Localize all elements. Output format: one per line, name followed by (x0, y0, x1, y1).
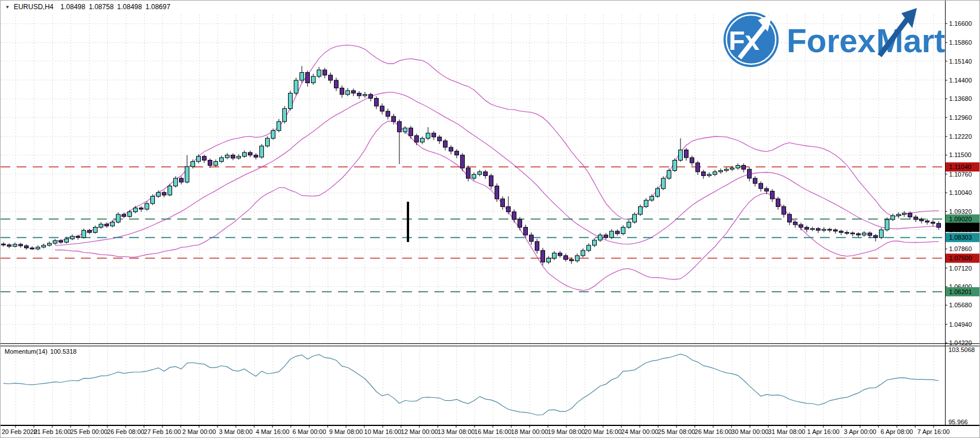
candle (581, 248, 585, 257)
bollinger-lower (55, 122, 939, 291)
candle (352, 88, 356, 96)
candle (685, 148, 689, 161)
price-tick-label: 1.11500 (949, 151, 971, 158)
candle (53, 239, 57, 245)
candle (421, 136, 425, 144)
candle (644, 198, 648, 209)
logo-brand-forex: Forex (787, 22, 876, 59)
candle (759, 181, 763, 191)
symbol-bar: ▼EURUSD,H41.084981.087581.084981.08697 (5, 3, 174, 11)
date-label: 4 Mar 16:00 (256, 428, 290, 435)
date-axis[interactable]: 20 Feb 202021 Feb 16:0025 Feb 00:0026 Fe… (2, 426, 950, 435)
date-label: 7 Apr 16:00 (917, 428, 950, 435)
candle (885, 217, 889, 231)
quote-close: 1.08697 (145, 3, 170, 11)
candle (690, 155, 694, 166)
date-label: 10 Mar 16:00 (364, 428, 402, 435)
date-label: 19 Mar 08:00 (548, 428, 585, 435)
date-label: 6 Mar 00:00 (293, 428, 326, 435)
candle (220, 155, 224, 163)
candle (788, 212, 792, 225)
vertical-line-object[interactable] (407, 202, 409, 242)
forexmart-logo: Fx Forex Mart (659, 4, 969, 72)
candles (2, 66, 941, 265)
price-tick-label: 1.10760 (949, 171, 972, 178)
date-label: 13 Mar 08:00 (438, 428, 475, 435)
momentum-value: 100.5318 (50, 348, 77, 355)
svg-text:1.08303: 1.08303 (949, 234, 972, 241)
candle (289, 91, 293, 111)
candle (82, 229, 86, 239)
candle (736, 163, 740, 170)
candle (145, 201, 149, 210)
date-label: 26 Feb 08:00 (107, 428, 145, 435)
candle (180, 177, 184, 185)
candle (512, 209, 516, 222)
candle (891, 214, 895, 221)
price-tick-label: 1.07860 (949, 245, 972, 252)
candle (266, 136, 270, 148)
candle (71, 234, 75, 240)
candle (312, 74, 316, 85)
candle (2, 243, 6, 247)
candle (593, 238, 597, 247)
candle (19, 243, 23, 248)
candle (306, 71, 310, 87)
candle (667, 169, 671, 180)
candle (323, 68, 327, 78)
quote-low: 1.08498 (117, 3, 142, 11)
chart-objects (407, 202, 409, 242)
candle (30, 246, 34, 250)
candle (931, 220, 935, 226)
chevron-down-icon[interactable]: ▼ (5, 5, 10, 10)
candle (719, 169, 723, 174)
candle (277, 119, 281, 132)
candle (116, 212, 120, 223)
momentum-indicator-label: Momentum(14)100.5318 (5, 348, 76, 355)
candle (621, 225, 625, 236)
momentum-panel: 103.506895.966 (3, 346, 975, 425)
candle (134, 206, 138, 213)
candle (380, 104, 384, 115)
quote-open: 1.08498 (60, 3, 85, 11)
candle (828, 228, 832, 232)
candle (48, 241, 52, 247)
candle (409, 126, 413, 139)
momentum-name: Momentum(14) (5, 348, 48, 355)
candle (254, 153, 258, 159)
date-label: 30 Mar 00:00 (732, 428, 769, 435)
candle (444, 139, 448, 150)
price-tick-label: 1.04940 (949, 321, 972, 328)
price-tick-label: 1.14400 (949, 77, 972, 84)
candle (335, 78, 339, 91)
candle (375, 96, 379, 110)
candle (662, 176, 666, 190)
price-tick-label: 1.09320 (949, 208, 972, 215)
candle (696, 161, 700, 175)
candle (782, 205, 786, 218)
candle (139, 206, 143, 212)
date-label: 21 Feb 16:00 (34, 428, 71, 435)
candle (237, 154, 241, 160)
candle (501, 196, 505, 209)
candle (243, 150, 247, 158)
candle (633, 212, 637, 224)
candle (535, 239, 539, 254)
candle (455, 149, 459, 158)
date-label: 1 Apr 16:00 (807, 428, 839, 435)
candle (702, 170, 706, 179)
candle (432, 131, 436, 140)
date-label: 3 Mar 08:00 (219, 428, 253, 435)
svg-text:1.07500: 1.07500 (949, 255, 972, 261)
candle (575, 253, 580, 263)
candle (25, 244, 29, 250)
candle (168, 184, 172, 197)
candle (862, 231, 866, 237)
candle (541, 248, 545, 265)
candle (639, 205, 643, 216)
candle (340, 85, 344, 98)
candle (99, 222, 103, 229)
candle (185, 155, 189, 183)
date-label: 31 Mar 08:00 (768, 428, 806, 435)
candle (897, 212, 901, 218)
